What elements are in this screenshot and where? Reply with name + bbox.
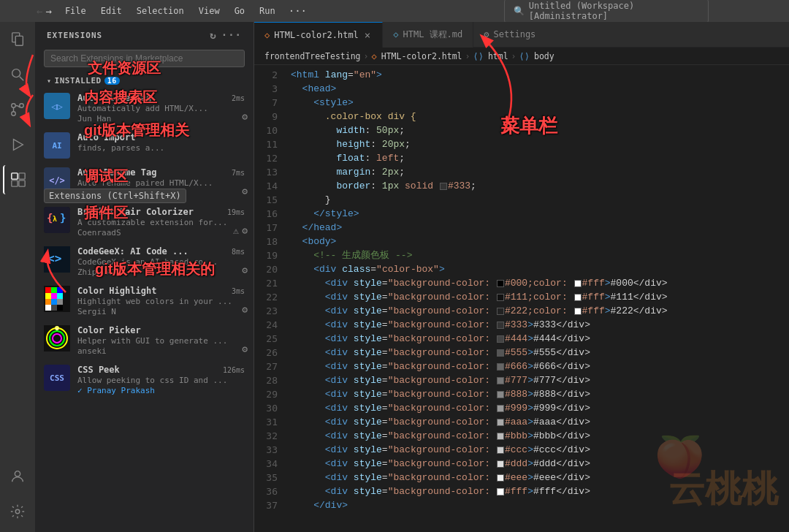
menu-go[interactable]: Go (227, 3, 252, 19)
tab-label-html-color2: HTML-color2.html (274, 30, 359, 40)
svg-rect-11 (12, 180, 18, 186)
svg-rect-32 (51, 305, 57, 311)
code-editor[interactable]: 2 3 7 9 10 11 12 13 14 15 16 17 18 19 20… (254, 65, 789, 532)
breadcrumb-workspace[interactable]: frontendTreeTesting (264, 51, 361, 61)
menu-more[interactable]: ··· (283, 2, 313, 20)
activity-explorer[interactable] (3, 25, 32, 54)
gear-icon-cp[interactable]: ⚙ (242, 343, 248, 354)
ext-item-auto-close-tag[interactable]: ◁▷ Auto Close Tag 2ms Automatically add … (35, 88, 254, 128)
breadcrumb-html[interactable]: html (488, 51, 508, 61)
breadcrumb-file[interactable]: HTML-color2.html (381, 51, 462, 61)
code-line-15: } (291, 193, 789, 207)
ext-item-color-highlight[interactable]: Color Highlight 3ms Highlight web colors… (35, 281, 254, 321)
ext-icon-auto-close-tag: ◁▷ (44, 93, 70, 119)
svg-point-14 (15, 509, 20, 514)
activity-search[interactable] (3, 60, 32, 89)
tab-close-html-color2[interactable]: × (363, 29, 372, 41)
tab-label-html-course: HTML 课程.md (403, 28, 463, 41)
activity-debug[interactable] (3, 130, 32, 159)
ext-actions-color-picker: ⚙ (242, 343, 248, 354)
search-icon: 🔍 (514, 6, 525, 16)
search-extensions-input[interactable] (44, 50, 245, 67)
gear-icon[interactable]: ⚙ (242, 111, 248, 122)
sidebar-header-icons: ↻ ··· (210, 29, 242, 41)
ext-item-codegeeX[interactable]: <> CodeGeeX: AI Code ... 8ms CodeGeeX is… (35, 242, 254, 281)
code-line-22: <div style="background-color: #111;color… (291, 290, 789, 304)
code-line-29: <div style="background-color: #888>#888<… (291, 387, 789, 401)
ext-info-css-peek: CSS Peek 126ms Allow peeking to css ID a… (77, 365, 245, 395)
ext-desc-codegeeX: CodeGeeX is an AI-based co... (77, 257, 245, 267)
ext-icon-codegeeX: <> (44, 246, 70, 273)
code-line-7: <style> (291, 96, 789, 110)
menu-file[interactable]: File (58, 3, 94, 19)
code-line-2: <html lang="en"> (291, 68, 789, 82)
title-search-text: Untitled (Workspace) [Administrator] (529, 1, 699, 21)
ext-time-auto-close-tag: 2ms (232, 94, 245, 102)
breadcrumb-sep-2: › (465, 51, 470, 61)
nav-back[interactable]: ← (37, 5, 42, 17)
svg-rect-29 (51, 299, 57, 305)
menu-selection[interactable]: Selection (129, 3, 191, 19)
ext-name-auto-close-tag: Auto Close Tag (77, 93, 151, 103)
code-content[interactable]: <html lang="en"> <head> <style> .color-b… (285, 65, 789, 532)
ext-desc-color-highlight: Highlight web colors in your ... (77, 297, 245, 306)
ext-desc-auto-close-tag: Automatically add HTML/X... (77, 104, 245, 113)
activity-git[interactable] (3, 95, 32, 124)
main-container: EXTENSIONS ↻ ··· ▾ INSTALLED 16 ◁▷ Auto … (0, 22, 789, 532)
menu-run[interactable]: Run (252, 3, 283, 19)
ext-time-codegeeX: 8ms (232, 248, 245, 256)
ext-time-color-highlight: 3ms (232, 287, 245, 295)
gear-icon-bracket[interactable]: ⚙ (242, 225, 248, 236)
svg-text:}: } (60, 212, 66, 224)
code-line-31: <div style="background-color: #aaa>#aaa<… (291, 415, 789, 429)
menu-view[interactable]: View (191, 3, 227, 19)
code-line-25: <div style="background-color: #444>#444<… (291, 332, 789, 346)
ext-author-css-peek: ✓ Pranay Prakash (77, 386, 245, 395)
ext-item-bracket-pair[interactable]: { λ } Bracket Pair Colorizer 19ms A cust… (35, 202, 254, 242)
gear-icon-rename[interactable]: ⚙ (242, 186, 248, 197)
svg-rect-24 (57, 287, 63, 293)
refresh-icon[interactable]: ↻ (210, 29, 216, 41)
ext-author-color-picker: anseki (77, 346, 245, 356)
gear-icon-cgx[interactable]: ⚙ (242, 265, 248, 276)
ext-desc-css-peek: Allow peeking to css ID and ... (77, 376, 245, 385)
activity-settings[interactable] (3, 497, 32, 526)
installed-label: INSTALLED (55, 76, 102, 86)
ext-item-auto-rename-tag[interactable]: </> Auto Rename Tag 7ms Auto rename pair… (35, 163, 254, 202)
gear-icon-ch[interactable]: ⚙ (242, 304, 248, 315)
code-line-21: <div style="background-color: #000;color… (291, 276, 789, 290)
ext-desc-color-picker: Helper with GUI to generate ... (77, 336, 245, 346)
nav-forward[interactable]: → (45, 5, 51, 17)
svg-rect-30 (57, 299, 63, 305)
breadcrumb-body[interactable]: body (534, 51, 554, 61)
breadcrumb-html-icon: ⟨⟩ (473, 51, 483, 61)
more-icon[interactable]: ··· (221, 29, 242, 41)
tab-html-color2[interactable]: ◇ HTML-color2.html × (254, 22, 383, 48)
tab-settings[interactable]: ⚙ Settings (473, 29, 546, 39)
ext-item-css-peek[interactable]: CSS CSS Peek 126ms Allow peeking to css … (35, 360, 254, 400)
code-line-19: <!-- 生成颜色板 --> (291, 248, 789, 262)
ext-item-color-picker[interactable]: Color Picker Helper with GUI to generate… (35, 321, 254, 360)
activity-extensions[interactable] (3, 165, 32, 194)
svg-rect-28 (45, 299, 51, 305)
tab-label-settings: Settings (494, 29, 536, 39)
svg-marker-8 (14, 140, 23, 151)
activity-account[interactable] (3, 462, 32, 491)
tab-html-course[interactable]: ◇ HTML 课程.md (383, 22, 473, 48)
code-line-35: <div style="background-color: #eee>#eee<… (291, 471, 789, 484)
svg-rect-10 (19, 173, 25, 179)
menu-edit[interactable]: Edit (94, 3, 129, 19)
svg-rect-25 (45, 293, 51, 299)
code-line-20: <div class="color-box"> (291, 262, 789, 276)
title-search-bar[interactable]: 🔍 Untitled (Workspace) [Administrator] (504, 0, 709, 23)
ext-item-auto-import[interactable]: AI Auto Import finds, parses a... (35, 128, 254, 163)
svg-rect-22 (45, 287, 51, 293)
ext-info-codegeeX: CodeGeeX: AI Code ... 8ms CodeGeeX is an… (77, 246, 245, 277)
code-line-11: height: 20px; (291, 137, 789, 151)
installed-section-label: ▾ INSTALLED 16 (35, 73, 254, 88)
ext-time-auto-rename-tag: 7ms (232, 169, 245, 177)
ext-actions-auto-rename-tag: ⚙ (242, 186, 248, 197)
svg-rect-27 (57, 293, 63, 299)
menu-bar: File Edit Selection View Go Run ··· (58, 2, 424, 20)
code-line-26: <div style="background-color: #555>#555<… (291, 346, 789, 360)
